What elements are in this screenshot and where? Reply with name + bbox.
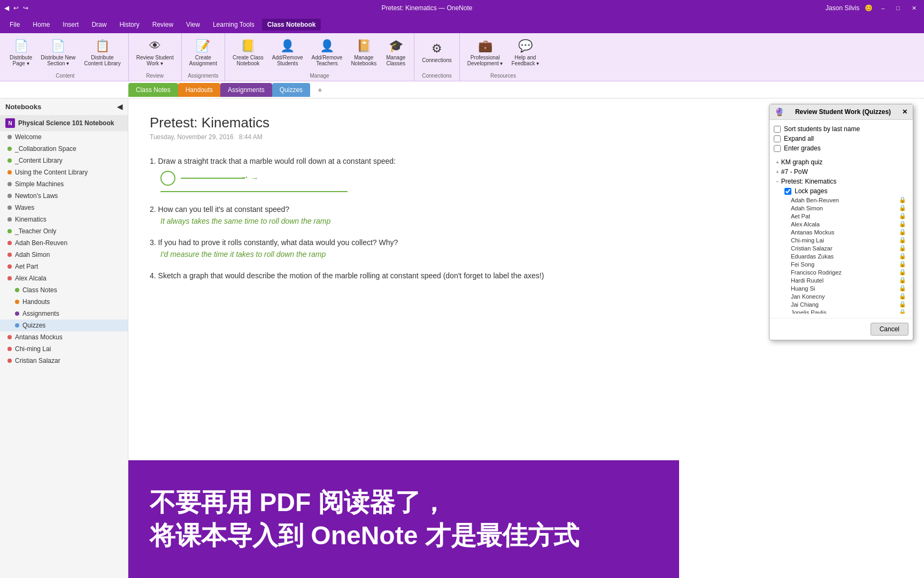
sidebar-item-using-content[interactable]: Using the Content Library: [0, 166, 128, 178]
student-hardi[interactable]: Hardi Ruutel 🔒: [774, 276, 908, 284]
sidebar-item-newtons-laws[interactable]: Newton's Laws: [0, 190, 128, 202]
tab-add[interactable]: +: [310, 82, 329, 97]
menu-history[interactable]: History: [114, 19, 144, 31]
sidebar-item-waves[interactable]: Waves: [0, 202, 128, 214]
student-jai[interactable]: Jai Chiang 🔒: [774, 300, 908, 308]
add-remove-teachers-btn[interactable]: 👤 Add/RemoveTeachers: [309, 38, 346, 69]
student-jonelis[interactable]: Jonelis Pavlis 🔒: [774, 308, 908, 314]
sidebar-item-collaboration[interactable]: _Collaboration Space: [0, 143, 128, 155]
menu-home[interactable]: Home: [27, 19, 55, 31]
maximize-btn[interactable]: □: [893, 4, 903, 12]
create-class-notebook-btn[interactable]: 📒 Create ClassNotebook: [229, 38, 267, 69]
tab-assignments[interactable]: Assignments: [220, 83, 272, 97]
distribute-content-btn[interactable]: 📋 DistributeContent Library: [81, 38, 124, 69]
menu-class-notebook[interactable]: Class Notebook: [262, 19, 321, 31]
km-label: KM graph quiz: [781, 158, 822, 166]
lock-icon: 🔒: [899, 245, 906, 252]
menu-view[interactable]: View: [181, 19, 205, 31]
sort-checkbox[interactable]: [774, 126, 781, 133]
sidebar-toggle[interactable]: ◀: [117, 103, 122, 111]
expand-checkbox[interactable]: [774, 135, 781, 142]
waves-dot: [7, 206, 12, 210]
professional-dev-btn[interactable]: 💼 ProfessionalDevelopment ▾: [464, 38, 506, 69]
student-chiming[interactable]: Chi-ming Lai 🔒: [774, 236, 908, 244]
sidebar-item-teacher-only[interactable]: _Teacher Only: [0, 225, 128, 237]
notebook-name: Physical Science 101 Notebook: [18, 119, 114, 127]
notebook-title[interactable]: N Physical Science 101 Notebook: [0, 115, 128, 131]
tab-class-notes[interactable]: Class Notes: [128, 83, 178, 97]
undo-icon[interactable]: ↩: [13, 4, 19, 12]
student-name: Adah Ben-Reuven: [791, 197, 839, 203]
tab-handouts[interactable]: Handouts: [178, 83, 220, 97]
sidebar-item-chiming[interactable]: Chi-ming Lai: [0, 343, 128, 355]
student-eduardas[interactable]: Eduardas Zukas 🔒: [774, 252, 908, 260]
menu-draw[interactable]: Draw: [86, 19, 112, 31]
sidebar-item-content-library[interactable]: _Content Library: [0, 155, 128, 166]
sidebar-item-adah-simon[interactable]: Adah Simon: [0, 249, 128, 261]
section-km-graph[interactable]: + KM graph quiz: [774, 157, 908, 167]
sidebar-item-welcome[interactable]: Welcome: [0, 131, 128, 143]
student-francisco[interactable]: Francisco Rodrigez 🔒: [774, 268, 908, 276]
sort-label: Sort students by last name: [784, 125, 860, 133]
cris-label: Cristian Salazar: [15, 357, 60, 364]
manage-notebooks-btn[interactable]: 📔 ManageNotebooks: [348, 38, 380, 69]
close-btn[interactable]: ✕: [908, 4, 920, 13]
checkbox-sort[interactable]: Sort students by last name: [774, 124, 908, 134]
lock-icon: 🔒: [899, 261, 906, 268]
sidebar-item-kinematics[interactable]: Kinematics: [0, 214, 128, 225]
student-huang-si[interactable]: Huang Si 🔒: [774, 284, 908, 292]
kinematics-dot: [7, 217, 12, 222]
minimize-btn[interactable]: –: [878, 4, 888, 12]
sidebar-item-alex-alcala[interactable]: Alex Alcala: [0, 272, 128, 284]
distribute-page-btn[interactable]: 📄 DistributePage ▾: [6, 38, 35, 69]
add-remove-students-btn[interactable]: 👤 Add/RemoveStudents: [269, 38, 306, 69]
create-assignment-btn[interactable]: 📝 CreateAssignment: [186, 38, 220, 69]
expand-label: Expand all: [784, 135, 814, 142]
menu-file[interactable]: File: [4, 19, 25, 31]
sidebar-item-quizzes-sub[interactable]: Quizzes: [0, 320, 128, 331]
teacher-only-label: _Teacher Only: [15, 227, 56, 235]
student-fei-song[interactable]: Fei Song 🔒: [774, 260, 908, 268]
student-cristian[interactable]: Cristian Salazar 🔒: [774, 244, 908, 252]
menu-review[interactable]: Review: [147, 19, 179, 31]
ribbon-group-assignments: 📝 CreateAssignment Assignments: [182, 33, 225, 81]
review-panel: 🔮 Review Student Work (Quizzes) ✕ Sort s…: [769, 104, 913, 340]
help-feedback-btn[interactable]: 💬 Help andFeedback ▾: [509, 38, 543, 69]
review-student-work-btn[interactable]: 👁 Review StudentWork ▾: [133, 38, 177, 69]
lock-checkbox[interactable]: [784, 188, 791, 195]
sidebar-item-antanas[interactable]: Antanas Mockus: [0, 331, 128, 343]
menu-learning-tools[interactable]: Learning Tools: [207, 19, 260, 31]
student-adah-ben-reuven[interactable]: Adah Ben-Reuven 🔒: [774, 196, 908, 204]
emoji-icon: 😊: [865, 4, 873, 12]
checkbox-grades[interactable]: Enter grades: [774, 143, 908, 153]
sidebar-item-handouts-sub[interactable]: Handouts: [0, 296, 128, 308]
manage-classes-btn[interactable]: 🎓 ManageClasses: [382, 38, 410, 69]
section-pretest[interactable]: − Pretest: Kinematics: [774, 177, 908, 186]
sidebar-item-assignments-sub[interactable]: Assignments: [0, 308, 128, 320]
student-antanas[interactable]: Antanas Mockus 🔒: [774, 228, 908, 236]
student-adah-simon[interactable]: Adah Simon 🔒: [774, 204, 908, 212]
back-icon[interactable]: ◀: [4, 4, 9, 12]
sidebar-item-cristian[interactable]: Cristian Salazar: [0, 355, 128, 367]
distribute-new-section-btn[interactable]: 📄 Distribute NewSection ▾: [37, 38, 79, 69]
student-aet-pat[interactable]: Aet Pat 🔒: [774, 212, 908, 220]
sidebar-item-adah-ben-reuven[interactable]: Adah Ben-Reuven: [0, 237, 128, 249]
checkbox-expand[interactable]: Expand all: [774, 134, 908, 143]
sidebar-item-simple-machines[interactable]: Simple Machines: [0, 178, 128, 190]
section-pow[interactable]: + #7 - PoW: [774, 167, 908, 177]
sidebar-item-class-notes-sub[interactable]: Class Notes: [0, 284, 128, 296]
content-area: Pretest: Kinematics Tuesday, November 29…: [128, 98, 924, 578]
connections-group-label: Connections: [422, 72, 452, 79]
sidebar-item-aet-part[interactable]: Aet Part: [0, 261, 128, 272]
review-close-btn[interactable]: ✕: [902, 108, 907, 116]
cancel-button[interactable]: Cancel: [871, 323, 908, 336]
pow-expand-icon: +: [776, 169, 779, 175]
connections-btn[interactable]: ⚙ Connections: [419, 41, 455, 65]
student-jan[interactable]: Jan Konecny 🔒: [774, 292, 908, 300]
checkbox-lock[interactable]: Lock pages: [784, 186, 908, 196]
student-alex-alcala[interactable]: Alex Alcala 🔒: [774, 220, 908, 228]
grades-checkbox[interactable]: [774, 145, 781, 152]
redo-icon[interactable]: ↪: [23, 4, 28, 12]
menu-insert[interactable]: Insert: [57, 19, 84, 31]
tab-quizzes[interactable]: Quizzes: [272, 83, 310, 97]
